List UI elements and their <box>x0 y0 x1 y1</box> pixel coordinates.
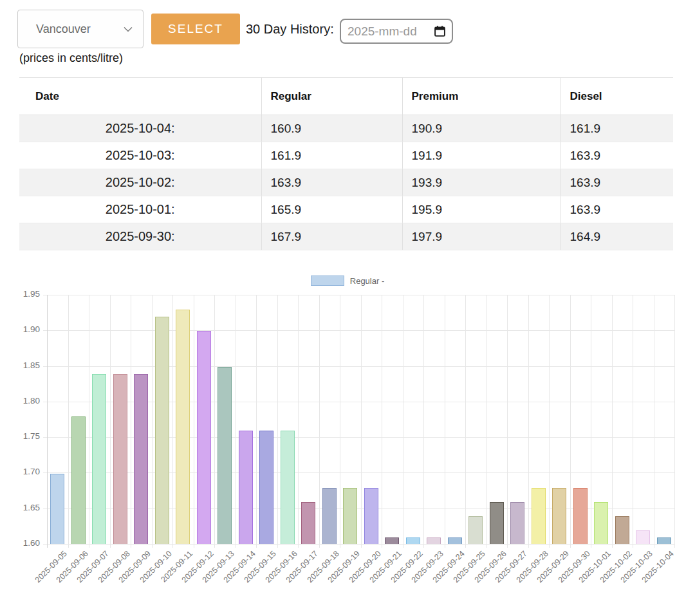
price-cell: 160.9 <box>261 115 402 142</box>
bar[interactable] <box>197 331 211 544</box>
price-cell: 167.9 <box>261 223 402 250</box>
y-tick-label: 1.85 <box>4 360 40 370</box>
bar[interactable] <box>406 537 420 544</box>
price-cell: 161.9 <box>561 115 673 142</box>
bar[interactable] <box>552 488 566 544</box>
column-header-date: Date <box>19 78 261 115</box>
x-gridline <box>277 295 278 548</box>
x-gridline <box>194 295 194 548</box>
bar[interactable] <box>594 502 608 544</box>
x-gridline <box>633 295 633 548</box>
bar[interactable] <box>657 537 671 544</box>
y-gridline <box>43 366 674 367</box>
bar[interactable] <box>134 374 148 544</box>
calendar-icon[interactable] <box>434 25 446 37</box>
select-button[interactable]: SELECT <box>151 14 240 44</box>
bar[interactable] <box>573 488 588 544</box>
y-gridline <box>43 544 674 545</box>
bar[interactable] <box>92 374 106 544</box>
price-cell: 163.9 <box>561 142 673 169</box>
price-cell: 191.9 <box>402 142 561 169</box>
bar[interactable] <box>364 488 378 544</box>
x-gridline <box>674 295 675 548</box>
date-input[interactable]: 2025-mm-dd <box>340 19 453 44</box>
x-gridline <box>403 295 403 548</box>
bar[interactable] <box>50 474 64 545</box>
x-gridline <box>319 295 320 548</box>
price-cell: 163.9 <box>561 169 673 196</box>
bar[interactable] <box>322 488 337 544</box>
bar[interactable] <box>510 502 524 544</box>
table-row: 2025-09-30:167.9197.9164.9 <box>19 223 673 250</box>
y-tick-label: 1.60 <box>4 538 40 548</box>
bar[interactable] <box>239 431 253 544</box>
x-gridline <box>256 295 257 548</box>
x-gridline <box>298 295 299 548</box>
column-header-premium: Premium <box>402 78 561 115</box>
x-gridline <box>47 295 48 548</box>
x-gridline <box>172 295 173 548</box>
price-cell: 197.9 <box>402 223 561 250</box>
table-header-row: DateRegularPremiumDiesel <box>19 78 673 115</box>
x-gridline <box>507 295 508 548</box>
x-gridline <box>131 295 131 548</box>
x-gridline <box>591 295 591 548</box>
y-tick-label: 1.95 <box>4 289 40 299</box>
x-gridline <box>110 295 111 548</box>
bar[interactable] <box>532 488 546 544</box>
chart-legend[interactable]: Regular - <box>0 275 695 286</box>
legend-color-box <box>311 275 344 286</box>
bar[interactable] <box>281 431 295 544</box>
price-cell: 161.9 <box>261 142 402 169</box>
bar[interactable] <box>636 530 650 544</box>
x-gridline <box>340 295 340 548</box>
bar[interactable] <box>490 502 504 544</box>
date-cell: 2025-10-03: <box>19 142 261 169</box>
bar[interactable] <box>615 516 629 544</box>
bar[interactable] <box>113 374 127 544</box>
bar[interactable] <box>448 537 462 544</box>
y-tick-label: 1.90 <box>4 324 40 334</box>
date-cell: 2025-10-04: <box>19 115 261 142</box>
price-cell: 163.9 <box>561 196 673 223</box>
date-input-placeholder: 2025-mm-dd <box>348 24 431 39</box>
x-gridline <box>152 295 153 548</box>
bar[interactable] <box>343 488 357 544</box>
x-gridline <box>361 295 362 548</box>
x-gridline <box>89 295 89 548</box>
x-gridline <box>445 295 445 548</box>
column-header-regular: Regular <box>261 78 402 115</box>
bar[interactable] <box>468 516 483 544</box>
price-units-caption: (prices in cents/litre) <box>19 51 123 65</box>
price-cell: 195.9 <box>402 196 561 223</box>
bar[interactable] <box>218 367 232 544</box>
bar[interactable] <box>259 431 273 544</box>
date-cell: 2025-10-01: <box>19 196 261 223</box>
bar[interactable] <box>385 537 399 544</box>
bar[interactable] <box>71 416 86 544</box>
table-row: 2025-10-03:161.9191.9163.9 <box>19 142 673 169</box>
x-gridline <box>486 295 487 548</box>
chevron-down-icon <box>124 26 133 32</box>
price-table: DateRegularPremiumDiesel 2025-10-04:160.… <box>19 77 673 250</box>
price-cell: 163.9 <box>261 169 402 196</box>
y-tick-label: 1.65 <box>4 503 40 512</box>
bar[interactable] <box>176 310 190 544</box>
legend-label: Regular - <box>350 276 384 286</box>
x-gridline <box>423 295 424 548</box>
price-cell: 193.9 <box>402 169 561 196</box>
table-row: 2025-10-02:163.9193.9163.9 <box>19 169 673 196</box>
bar[interactable] <box>427 537 441 544</box>
price-history-chart: Regular - 1.601.651.701.751.801.851.901.… <box>0 270 695 616</box>
x-gridline <box>654 295 654 548</box>
x-gridline <box>528 295 529 548</box>
price-cell: 165.9 <box>261 196 402 223</box>
bar[interactable] <box>301 502 315 544</box>
y-tick-label: 1.80 <box>4 396 40 406</box>
x-gridline <box>68 295 69 548</box>
city-select[interactable]: Vancouver <box>17 10 144 48</box>
x-gridline <box>382 295 382 548</box>
column-header-diesel: Diesel <box>561 78 673 115</box>
bar[interactable] <box>155 317 169 544</box>
table-row: 2025-10-01:165.9195.9163.9 <box>19 196 673 223</box>
